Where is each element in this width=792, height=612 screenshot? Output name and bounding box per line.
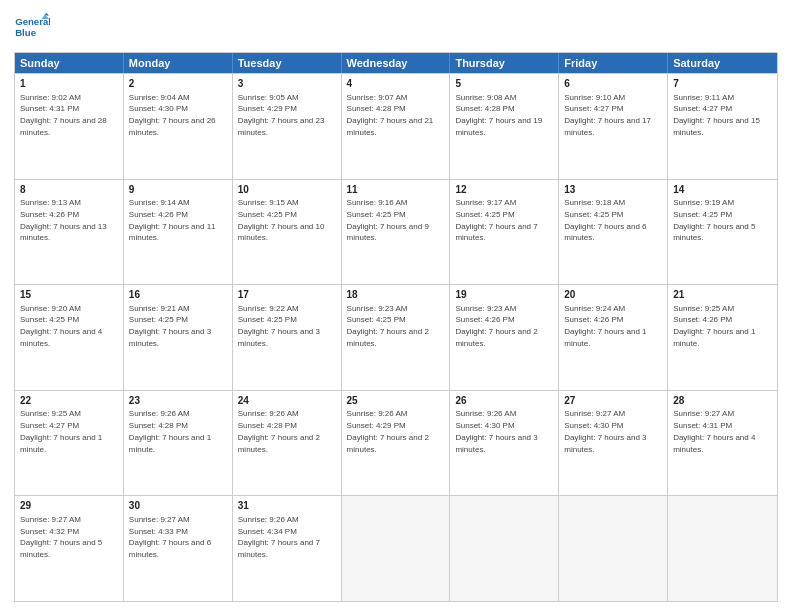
- day-header-saturday: Saturday: [668, 53, 777, 73]
- sunrise-info: Sunrise: 9:23 AM: [455, 304, 516, 313]
- day-number: 8: [20, 183, 118, 197]
- day-number: 27: [564, 394, 662, 408]
- sunrise-info: Sunrise: 9:20 AM: [20, 304, 81, 313]
- sunset-info: Sunset: 4:32 PM: [20, 527, 79, 536]
- day-header-tuesday: Tuesday: [233, 53, 342, 73]
- sunrise-info: Sunrise: 9:18 AM: [564, 198, 625, 207]
- sunrise-info: Sunrise: 9:21 AM: [129, 304, 190, 313]
- sunset-info: Sunset: 4:30 PM: [564, 421, 623, 430]
- day-cell-12: 12 Sunrise: 9:17 AM Sunset: 4:25 PM Dayl…: [450, 180, 559, 285]
- sunset-info: Sunset: 4:26 PM: [129, 210, 188, 219]
- sunrise-info: Sunrise: 9:02 AM: [20, 93, 81, 102]
- day-number: 22: [20, 394, 118, 408]
- week-row-2: 8 Sunrise: 9:13 AM Sunset: 4:26 PM Dayli…: [15, 179, 777, 285]
- day-number: 13: [564, 183, 662, 197]
- day-number: 21: [673, 288, 772, 302]
- daylight-info: Daylight: 7 hours and 2 minutes.: [347, 433, 429, 454]
- daylight-info: Daylight: 7 hours and 1 minute.: [564, 327, 646, 348]
- daylight-info: Daylight: 7 hours and 1 minute.: [673, 327, 755, 348]
- sunrise-info: Sunrise: 9:25 AM: [20, 409, 81, 418]
- daylight-info: Daylight: 7 hours and 5 minutes.: [20, 538, 102, 559]
- daylight-info: Daylight: 7 hours and 3 minutes.: [455, 433, 537, 454]
- day-cell-14: 14 Sunrise: 9:19 AM Sunset: 4:25 PM Dayl…: [668, 180, 777, 285]
- sunset-info: Sunset: 4:28 PM: [347, 104, 406, 113]
- day-cell-22: 22 Sunrise: 9:25 AM Sunset: 4:27 PM Dayl…: [15, 391, 124, 496]
- sunset-info: Sunset: 4:25 PM: [347, 210, 406, 219]
- daylight-info: Daylight: 7 hours and 17 minutes.: [564, 116, 651, 137]
- daylight-info: Daylight: 7 hours and 4 minutes.: [20, 327, 102, 348]
- day-number: 14: [673, 183, 772, 197]
- empty-cell-4-4: [450, 496, 559, 601]
- sunset-info: Sunset: 4:25 PM: [455, 210, 514, 219]
- day-cell-24: 24 Sunrise: 9:26 AM Sunset: 4:28 PM Dayl…: [233, 391, 342, 496]
- day-header-monday: Monday: [124, 53, 233, 73]
- day-cell-23: 23 Sunrise: 9:26 AM Sunset: 4:28 PM Dayl…: [124, 391, 233, 496]
- sunrise-info: Sunrise: 9:26 AM: [238, 409, 299, 418]
- day-header-friday: Friday: [559, 53, 668, 73]
- sunset-info: Sunset: 4:29 PM: [238, 104, 297, 113]
- empty-cell-4-3: [342, 496, 451, 601]
- sunset-info: Sunset: 4:26 PM: [564, 315, 623, 324]
- daylight-info: Daylight: 7 hours and 26 minutes.: [129, 116, 216, 137]
- sunrise-info: Sunrise: 9:14 AM: [129, 198, 190, 207]
- sunset-info: Sunset: 4:31 PM: [673, 421, 732, 430]
- svg-text:Blue: Blue: [15, 27, 36, 38]
- sunset-info: Sunset: 4:28 PM: [455, 104, 514, 113]
- day-cell-4: 4 Sunrise: 9:07 AM Sunset: 4:28 PM Dayli…: [342, 74, 451, 179]
- day-cell-20: 20 Sunrise: 9:24 AM Sunset: 4:26 PM Dayl…: [559, 285, 668, 390]
- day-number: 30: [129, 499, 227, 513]
- sunset-info: Sunset: 4:25 PM: [129, 315, 188, 324]
- daylight-info: Daylight: 7 hours and 21 minutes.: [347, 116, 434, 137]
- sunrise-info: Sunrise: 9:10 AM: [564, 93, 625, 102]
- day-number: 15: [20, 288, 118, 302]
- day-number: 2: [129, 77, 227, 91]
- day-number: 20: [564, 288, 662, 302]
- sunset-info: Sunset: 4:34 PM: [238, 527, 297, 536]
- sunset-info: Sunset: 4:25 PM: [20, 315, 79, 324]
- sunrise-info: Sunrise: 9:27 AM: [673, 409, 734, 418]
- day-header-sunday: Sunday: [15, 53, 124, 73]
- empty-cell-4-5: [559, 496, 668, 601]
- sunrise-info: Sunrise: 9:17 AM: [455, 198, 516, 207]
- sunset-info: Sunset: 4:26 PM: [455, 315, 514, 324]
- day-number: 1: [20, 77, 118, 91]
- day-number: 6: [564, 77, 662, 91]
- day-number: 26: [455, 394, 553, 408]
- day-cell-15: 15 Sunrise: 9:20 AM Sunset: 4:25 PM Dayl…: [15, 285, 124, 390]
- day-cell-8: 8 Sunrise: 9:13 AM Sunset: 4:26 PM Dayli…: [15, 180, 124, 285]
- day-cell-16: 16 Sunrise: 9:21 AM Sunset: 4:25 PM Dayl…: [124, 285, 233, 390]
- day-number: 29: [20, 499, 118, 513]
- daylight-info: Daylight: 7 hours and 3 minutes.: [564, 433, 646, 454]
- daylight-info: Daylight: 7 hours and 23 minutes.: [238, 116, 325, 137]
- sunrise-info: Sunrise: 9:26 AM: [347, 409, 408, 418]
- day-cell-9: 9 Sunrise: 9:14 AM Sunset: 4:26 PM Dayli…: [124, 180, 233, 285]
- day-number: 11: [347, 183, 445, 197]
- sunset-info: Sunset: 4:25 PM: [238, 315, 297, 324]
- day-number: 5: [455, 77, 553, 91]
- daylight-info: Daylight: 7 hours and 2 minutes.: [455, 327, 537, 348]
- day-cell-6: 6 Sunrise: 9:10 AM Sunset: 4:27 PM Dayli…: [559, 74, 668, 179]
- day-cell-29: 29 Sunrise: 9:27 AM Sunset: 4:32 PM Dayl…: [15, 496, 124, 601]
- logo: General Blue: [14, 10, 50, 46]
- sunrise-info: Sunrise: 9:16 AM: [347, 198, 408, 207]
- daylight-info: Daylight: 7 hours and 6 minutes.: [129, 538, 211, 559]
- day-cell-5: 5 Sunrise: 9:08 AM Sunset: 4:28 PM Dayli…: [450, 74, 559, 179]
- sunset-info: Sunset: 4:30 PM: [455, 421, 514, 430]
- sunset-info: Sunset: 4:25 PM: [673, 210, 732, 219]
- sunrise-info: Sunrise: 9:27 AM: [564, 409, 625, 418]
- day-number: 17: [238, 288, 336, 302]
- sunset-info: Sunset: 4:25 PM: [564, 210, 623, 219]
- sunset-info: Sunset: 4:26 PM: [673, 315, 732, 324]
- sunset-info: Sunset: 4:28 PM: [238, 421, 297, 430]
- day-cell-7: 7 Sunrise: 9:11 AM Sunset: 4:27 PM Dayli…: [668, 74, 777, 179]
- sunset-info: Sunset: 4:28 PM: [129, 421, 188, 430]
- daylight-info: Daylight: 7 hours and 7 minutes.: [238, 538, 320, 559]
- daylight-info: Daylight: 7 hours and 9 minutes.: [347, 222, 429, 243]
- sunrise-info: Sunrise: 9:13 AM: [20, 198, 81, 207]
- week-row-3: 15 Sunrise: 9:20 AM Sunset: 4:25 PM Dayl…: [15, 284, 777, 390]
- day-cell-28: 28 Sunrise: 9:27 AM Sunset: 4:31 PM Dayl…: [668, 391, 777, 496]
- sunset-info: Sunset: 4:27 PM: [20, 421, 79, 430]
- day-cell-13: 13 Sunrise: 9:18 AM Sunset: 4:25 PM Dayl…: [559, 180, 668, 285]
- sunrise-info: Sunrise: 9:08 AM: [455, 93, 516, 102]
- daylight-info: Daylight: 7 hours and 6 minutes.: [564, 222, 646, 243]
